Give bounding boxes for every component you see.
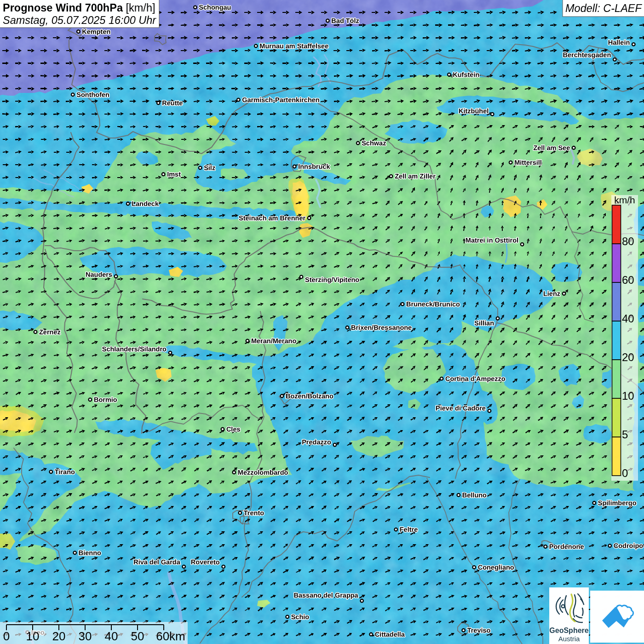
svg-text:Belluno: Belluno bbox=[462, 491, 487, 499]
svg-text:Pieve di Cadore: Pieve di Cadore bbox=[436, 404, 486, 412]
svg-text:Matrei in Osttirol: Matrei in Osttirol bbox=[466, 236, 518, 244]
svg-text:40: 40 bbox=[622, 312, 634, 325]
svg-text:Cortina d'Ampezzo: Cortina d'Ampezzo bbox=[445, 375, 506, 382]
svg-text:Sonthofen: Sonthofen bbox=[76, 91, 109, 98]
svg-text:Bienno: Bienno bbox=[79, 549, 101, 557]
svg-text:Predazzo: Predazzo bbox=[302, 438, 331, 446]
svg-text:GeoSphere: GeoSphere bbox=[549, 627, 588, 634]
svg-text:Berchtesgaden: Berchtesgaden bbox=[563, 51, 611, 58]
svg-text:40: 40 bbox=[105, 629, 118, 643]
svg-text:Spilimbergo: Spilimbergo bbox=[598, 499, 637, 506]
svg-text:Cittadella: Cittadella bbox=[375, 631, 405, 638]
svg-text:Schio: Schio bbox=[291, 613, 310, 621]
svg-text:0: 0 bbox=[622, 467, 628, 479]
svg-text:30: 30 bbox=[79, 629, 92, 643]
svg-text:km/h: km/h bbox=[614, 195, 635, 205]
svg-text:Reutte: Reutte bbox=[162, 99, 183, 107]
svg-text:Bozen/Bolzano: Bozen/Bolzano bbox=[286, 392, 334, 400]
svg-text:Mezzolombardo: Mezzolombardo bbox=[238, 469, 288, 476]
svg-text:Silz: Silz bbox=[204, 164, 215, 172]
svg-text:Treviso: Treviso bbox=[467, 627, 491, 634]
svg-text:Zell am See: Zell am See bbox=[533, 144, 570, 151]
svg-text:Steinach am Brenner: Steinach am Brenner bbox=[239, 214, 305, 222]
svg-text:Imst: Imst bbox=[167, 171, 181, 178]
svg-text:80: 80 bbox=[622, 235, 634, 247]
svg-text:60km: 60km bbox=[156, 629, 185, 643]
svg-text:5: 5 bbox=[622, 428, 628, 441]
svg-text:Riva del Garda: Riva del Garda bbox=[133, 558, 180, 566]
svg-text:Schlanders/Silandro: Schlanders/Silandro bbox=[102, 345, 167, 353]
svg-text:Bormio: Bormio bbox=[94, 396, 117, 403]
svg-text:Austria: Austria bbox=[558, 635, 580, 643]
svg-text:Kitzbühel: Kitzbühel bbox=[459, 107, 489, 115]
svg-text:Hallein: Hallein bbox=[608, 39, 630, 46]
svg-text:Lienz: Lienz bbox=[543, 290, 560, 297]
svg-text:Innsbruck: Innsbruck bbox=[298, 163, 330, 170]
svg-text:Zernez: Zernez bbox=[39, 328, 61, 336]
svg-text:Sillian: Sillian bbox=[474, 319, 494, 327]
svg-text:Garmisch-Partenkirchen: Garmisch-Partenkirchen bbox=[242, 96, 319, 104]
svg-text:0: 0 bbox=[3, 629, 10, 643]
svg-text:10: 10 bbox=[26, 629, 40, 643]
svg-text:Kufstein: Kufstein bbox=[453, 71, 479, 78]
svg-text:20: 20 bbox=[622, 351, 634, 363]
svg-text:Feltre: Feltre bbox=[400, 526, 418, 533]
svg-text:Landeck: Landeck bbox=[132, 200, 159, 207]
svg-text:20: 20 bbox=[52, 629, 66, 643]
svg-text:Rovereto: Rovereto bbox=[191, 558, 220, 566]
svg-text:Prognose Wind 700hPa [km/h]: Prognose Wind 700hPa [km/h] bbox=[3, 2, 155, 14]
svg-text:10: 10 bbox=[622, 390, 634, 402]
svg-text:Bad Tölz: Bad Tölz bbox=[331, 17, 359, 24]
svg-text:Kempten: Kempten bbox=[82, 28, 110, 35]
svg-text:Schongau: Schongau bbox=[199, 4, 231, 11]
svg-text:Tirano: Tirano bbox=[55, 468, 75, 476]
svg-text:Meran/Merano: Meran/Merano bbox=[251, 337, 296, 345]
svg-text:Modell: C-LAEF: Modell: C-LAEF bbox=[565, 2, 642, 14]
svg-text:Samstag, 05.07.2025 16:00 Uhr: Samstag, 05.07.2025 16:00 Uhr bbox=[3, 14, 156, 26]
svg-text:Bassano del Grappa: Bassano del Grappa bbox=[293, 592, 358, 599]
svg-text:Bruneck/Brunico: Bruneck/Brunico bbox=[406, 300, 460, 308]
svg-text:Schwaz: Schwaz bbox=[362, 139, 386, 147]
svg-text:60: 60 bbox=[622, 274, 634, 286]
svg-text:Codroipo: Codroipo bbox=[614, 542, 644, 549]
svg-text:Mittersill: Mittersill bbox=[514, 159, 542, 166]
svg-text:Pordenone: Pordenone bbox=[549, 543, 584, 550]
svg-text:Cles: Cles bbox=[226, 426, 241, 433]
svg-text:Trento: Trento bbox=[244, 509, 264, 517]
svg-text:Conegliano: Conegliano bbox=[478, 564, 514, 571]
svg-text:50: 50 bbox=[131, 629, 144, 643]
svg-text:Murnau am Staffelsee: Murnau am Staffelsee bbox=[259, 42, 328, 50]
svg-text:Nauders: Nauders bbox=[86, 271, 112, 278]
svg-text:Sterzing/Vipiteno: Sterzing/Vipiteno bbox=[305, 276, 359, 283]
svg-text:Brixen/Bressanone: Brixen/Bressanone bbox=[351, 324, 412, 331]
svg-text:Zell am Ziller: Zell am Ziller bbox=[395, 172, 436, 180]
